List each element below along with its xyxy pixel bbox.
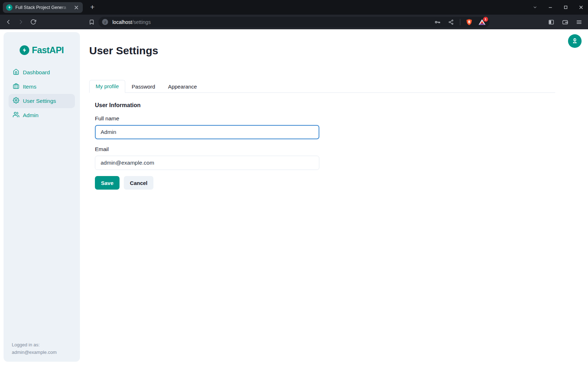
- url-text[interactable]: localhost/settings: [112, 19, 433, 25]
- reload-button[interactable]: [29, 17, 38, 27]
- new-tab-button[interactable]: +: [88, 3, 97, 12]
- full-name-label: Full name: [95, 115, 549, 122]
- side-panel-icon[interactable]: [547, 17, 556, 27]
- full-name-field-group: Full name: [95, 115, 549, 139]
- window-minimize-button[interactable]: [547, 5, 553, 10]
- url-path: /settings: [132, 19, 151, 25]
- fastapi-logo: FastAPI: [4, 32, 80, 55]
- logged-in-footer: Logged in as: admin@example.com: [12, 341, 57, 356]
- url-bar[interactable]: i localhost/settings: [98, 17, 490, 27]
- browser-tab[interactable]: Full Stack Project Genera: [3, 2, 83, 13]
- sidebar-item-dashboard[interactable]: Dashboard: [9, 65, 75, 80]
- sidebar-item-items[interactable]: Items: [9, 80, 75, 94]
- browser-tabstrip: Full Stack Project Genera +: [0, 0, 588, 15]
- url-host: localhost: [112, 19, 132, 25]
- browser-toolbar: i localhost/settings: [0, 15, 588, 29]
- sidebar-item-admin[interactable]: Admin: [9, 108, 75, 122]
- toolbar-separator: [460, 19, 460, 25]
- share-icon[interactable]: [446, 17, 456, 27]
- astronaut-user-icon: [571, 37, 578, 45]
- fastapi-favicon: [6, 4, 12, 11]
- cancel-button[interactable]: Cancel: [124, 176, 153, 190]
- save-button[interactable]: Save: [95, 176, 120, 190]
- rewards-badge: 1: [483, 17, 488, 22]
- tab-password[interactable]: Password: [125, 80, 162, 93]
- tab-close-icon[interactable]: [73, 4, 80, 11]
- fastapi-logo-text: FastAPI: [32, 45, 64, 55]
- logged-in-email: admin@example.com: [12, 349, 57, 356]
- users-icon: [13, 111, 19, 119]
- sidebar-item-label: Admin: [23, 112, 39, 119]
- sidebar-item-label: User Settings: [23, 98, 56, 104]
- email-input[interactable]: [95, 156, 319, 170]
- window-maximize-button[interactable]: [563, 5, 568, 10]
- bookmark-icon[interactable]: [87, 17, 96, 27]
- my-profile-panel: User Information Full name Email Save Ca…: [89, 93, 555, 195]
- app-page: FastAPI Dashboard Items User Settings: [0, 29, 588, 366]
- tab-search-chevron-icon[interactable]: [532, 5, 538, 10]
- settings-tabs: My profile Password Appearance: [89, 80, 555, 93]
- tab-my-profile[interactable]: My profile: [89, 80, 125, 93]
- password-key-icon[interactable]: [433, 17, 442, 27]
- email-label: Email: [95, 146, 549, 152]
- sidebar-item-user-settings[interactable]: User Settings: [9, 94, 75, 108]
- brave-rewards-icon[interactable]: 1: [478, 18, 486, 26]
- email-field-group: Email: [95, 146, 549, 170]
- section-title: User Information: [95, 102, 549, 109]
- window-close-button[interactable]: [578, 5, 584, 10]
- sidebar-menu: Dashboard Items User Settings Admin: [4, 65, 80, 122]
- fastapi-logo-icon: [20, 45, 29, 55]
- tab-title: Full Stack Project Genera: [15, 5, 70, 10]
- wallet-icon[interactable]: [561, 17, 570, 27]
- gear-icon: [13, 97, 19, 105]
- full-name-input[interactable]: [95, 125, 319, 139]
- back-button[interactable]: [4, 17, 13, 27]
- home-icon: [13, 69, 19, 76]
- brave-shield-icon[interactable]: [465, 17, 474, 27]
- tab-appearance[interactable]: Appearance: [162, 80, 203, 93]
- main-content: User Settings My profile Password Appear…: [89, 29, 555, 195]
- site-info-icon[interactable]: i: [102, 19, 108, 25]
- sidebar-item-label: Items: [23, 84, 36, 90]
- menu-hamburger-icon[interactable]: [574, 17, 584, 27]
- form-actions: Save Cancel: [95, 176, 549, 190]
- logged-in-label: Logged in as:: [12, 341, 57, 349]
- forward-button[interactable]: [16, 17, 25, 27]
- page-title: User Settings: [89, 45, 555, 57]
- sidebar: FastAPI Dashboard Items User Settings: [4, 32, 80, 362]
- briefcase-icon: [13, 83, 19, 91]
- user-menu-avatar-button[interactable]: [568, 34, 582, 48]
- sidebar-item-label: Dashboard: [23, 69, 50, 76]
